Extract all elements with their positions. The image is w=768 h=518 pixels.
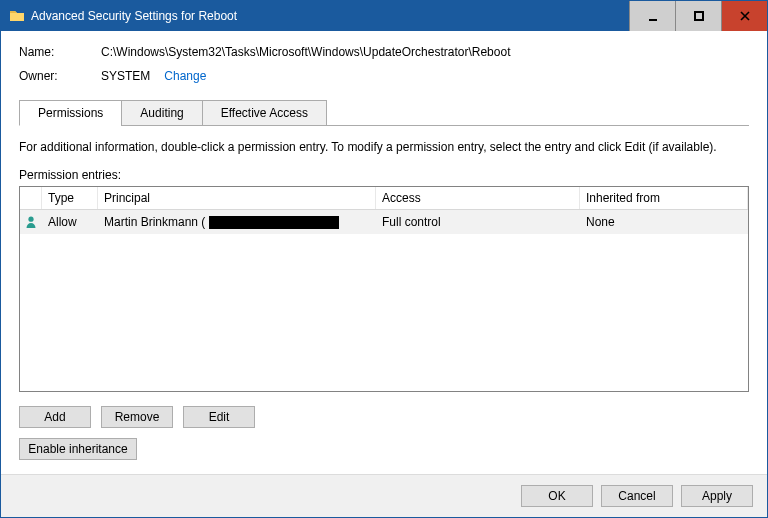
name-label: Name: — [19, 45, 101, 59]
inheritance-buttons: Enable inheritance — [19, 438, 749, 460]
user-icon — [20, 215, 42, 229]
svg-rect-1 — [695, 12, 703, 20]
cell-principal: Martin Brinkmann ( — [98, 212, 376, 232]
col-header-inherited[interactable]: Inherited from — [580, 187, 748, 209]
cell-type: Allow — [42, 212, 98, 232]
principal-name: Martin Brinkmann ( — [104, 215, 205, 229]
cell-access: Full control — [376, 212, 580, 232]
entries-label: Permission entries: — [19, 168, 749, 182]
col-header-principal[interactable]: Principal — [98, 187, 376, 209]
col-header-type[interactable]: Type — [42, 187, 98, 209]
name-value: C:\Windows\System32\Tasks\Microsoft\Wind… — [101, 45, 510, 59]
maximize-button[interactable] — [675, 1, 721, 31]
content-area: Name: C:\Windows\System32\Tasks\Microsof… — [1, 31, 767, 474]
cancel-button[interactable]: Cancel — [601, 485, 673, 507]
col-header-access[interactable]: Access — [376, 187, 580, 209]
cell-inherited: None — [580, 212, 748, 232]
tab-effective-access[interactable]: Effective Access — [202, 100, 327, 126]
permission-entries-grid[interactable]: Type Principal Access Inherited from All… — [19, 186, 749, 392]
svg-point-2 — [28, 217, 33, 222]
add-button[interactable]: Add — [19, 406, 91, 428]
ok-button[interactable]: OK — [521, 485, 593, 507]
grid-header: Type Principal Access Inherited from — [20, 187, 748, 210]
tab-strip: Permissions Auditing Effective Access — [19, 99, 749, 126]
table-row[interactable]: Allow Martin Brinkmann ( Full control No… — [20, 210, 748, 234]
tab-body: For additional information, double-click… — [19, 126, 749, 460]
owner-value: SYSTEM — [101, 69, 150, 83]
edit-button[interactable]: Edit — [183, 406, 255, 428]
info-text: For additional information, double-click… — [19, 140, 749, 154]
owner-field: Owner: SYSTEM Change — [19, 69, 749, 83]
window-controls — [629, 1, 767, 31]
owner-label: Owner: — [19, 69, 101, 83]
minimize-button[interactable] — [629, 1, 675, 31]
entry-buttons: Add Remove Edit — [19, 406, 749, 428]
close-button[interactable] — [721, 1, 767, 31]
svg-rect-0 — [649, 19, 657, 21]
tab-permissions[interactable]: Permissions — [19, 100, 122, 126]
redacted-block — [209, 216, 339, 229]
dialog-buttons: OK Cancel Apply — [1, 474, 767, 517]
window-title: Advanced Security Settings for Reboot — [31, 9, 629, 23]
enable-inheritance-button[interactable]: Enable inheritance — [19, 438, 137, 460]
name-field: Name: C:\Windows\System32\Tasks\Microsof… — [19, 45, 749, 59]
col-header-icon[interactable] — [20, 187, 42, 209]
window-frame: Advanced Security Settings for Reboot Na… — [0, 0, 768, 518]
tab-auditing[interactable]: Auditing — [121, 100, 202, 126]
remove-button[interactable]: Remove — [101, 406, 173, 428]
titlebar[interactable]: Advanced Security Settings for Reboot — [1, 1, 767, 31]
change-owner-link[interactable]: Change — [164, 69, 206, 83]
folder-icon — [9, 8, 25, 24]
apply-button[interactable]: Apply — [681, 485, 753, 507]
